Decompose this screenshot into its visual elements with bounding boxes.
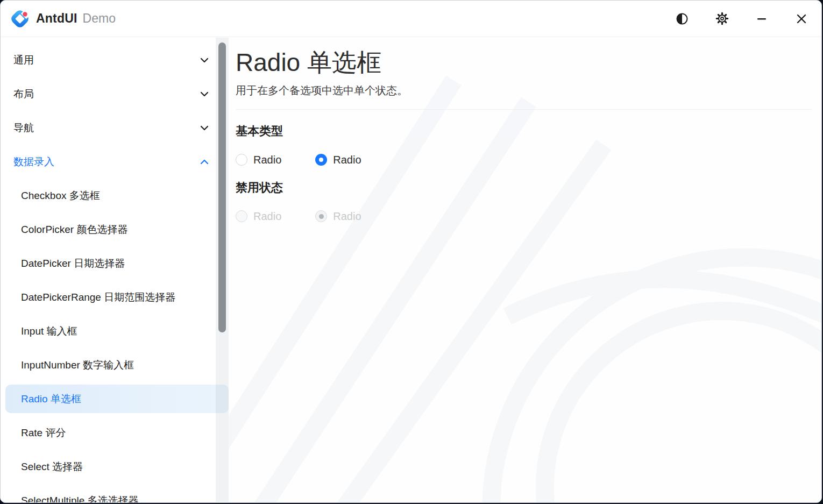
sidebar-category-general[interactable]: 通用 [1,43,229,77]
sidebar-item-rate[interactable]: Rate 评分 [1,416,229,450]
radio-row-disabled: Radio Radio [236,210,812,223]
titlebar: AntdUI Demo [1,1,821,37]
sidebar-item-label: Select 选择器 [21,460,83,474]
chevron-down-icon [198,122,210,134]
half-moon-contrast-icon [676,12,689,25]
sidebar-category-data-entry[interactable]: 数据录入 [1,145,229,179]
sidebar-item-label: Rate 评分 [21,426,66,440]
sidebar-item-label: DatePicker 日期选择器 [21,257,125,271]
chevron-down-icon [198,54,210,66]
sidebar-item-label: DatePickerRange 日期范围选择器 [21,290,175,304]
sidebar-category-label: 布局 [13,87,34,101]
sidebar-category-label: 数据录入 [13,155,54,169]
section-heading-basic: 基本类型 [236,123,812,139]
sidebar-item-label: Radio 单选框 [21,392,81,406]
sidebar-item-radio[interactable]: Radio 单选框 [1,382,229,416]
close-icon [796,13,807,25]
radio-label: Radio [333,154,361,166]
sidebar-category-label: 通用 [13,53,34,67]
sidebar-nav: 通用 布局 导航 数据录入 Checkbox 多选框 [1,38,229,502]
radio-button-checked-icon[interactable] [315,154,327,166]
radio-option-unchecked[interactable]: Radio [236,154,281,166]
radio-option-disabled-checked: Radio [315,210,361,223]
sidebar-item-inputnumber[interactable]: InputNumber 数字输入框 [1,348,229,382]
sidebar-item-label: SelectMultiple 多选选择器 [21,494,139,503]
app-window: AntdUI Demo [0,0,822,503]
page-description: 用于在多个备选项中选中单个状态。 [236,83,812,98]
sidebar-item-label: InputNumber 数字输入框 [21,358,134,372]
radio-label: Radio [253,210,281,223]
section-heading-disabled: 禁用状态 [236,180,812,196]
minimize-button[interactable] [749,6,774,31]
sidebar-item-label: Checkbox 多选框 [21,189,100,203]
sidebar-category-label: 导航 [13,121,34,135]
radio-button-icon[interactable] [236,154,247,166]
radio-label: Radio [253,154,281,166]
app-title: AntdUI [36,11,77,26]
sidebar-scrollbar-track[interactable] [216,38,229,502]
radio-button-disabled-checked-icon [315,210,327,222]
sidebar-item-checkbox[interactable]: Checkbox 多选框 [1,179,229,212]
app-title-suffix: Demo [83,11,116,26]
theme-toggle-button[interactable] [670,6,694,31]
sidebar-item-label: Input 输入框 [21,324,77,338]
antdui-logo-icon [10,9,30,29]
sidebar-item-colorpicker[interactable]: ColorPicker 颜色选择器 [1,212,229,246]
sidebar-item-datepicker[interactable]: DatePicker 日期选择器 [1,246,229,280]
sidebar-category-layout[interactable]: 布局 [1,77,229,111]
radio-option-disabled-unchecked: Radio [236,210,281,223]
settings-button[interactable] [710,6,734,31]
chevron-down-icon [198,88,210,100]
close-button[interactable] [789,6,814,31]
sidebar-item-input[interactable]: Input 输入框 [1,314,229,348]
sidebar-category-navigation[interactable]: 导航 [1,111,229,145]
radio-row-basic: Radio Radio [236,154,812,166]
main-content: Radio 单选框 用于在多个备选项中选中单个状态。 基本类型 Radio Ra… [229,38,821,502]
sidebar-item-select[interactable]: Select 选择器 [1,450,229,484]
sidebar-item-label: ColorPicker 颜色选择器 [21,223,127,237]
radio-option-checked[interactable]: Radio [315,154,361,166]
radio-label: Radio [333,210,361,223]
page-title: Radio 单选框 [236,47,812,79]
sidebar-item-datepickerrange[interactable]: DatePickerRange 日期范围选择器 [1,280,229,314]
divider [236,109,812,110]
chevron-up-icon [198,156,210,168]
sidebar-item-selectmultiple[interactable]: SelectMultiple 多选选择器 [1,484,229,503]
minimize-icon [756,13,768,25]
sidebar-scrollbar-thumb[interactable] [218,42,226,332]
gear-icon [715,12,729,25]
radio-button-disabled-icon [236,210,247,222]
